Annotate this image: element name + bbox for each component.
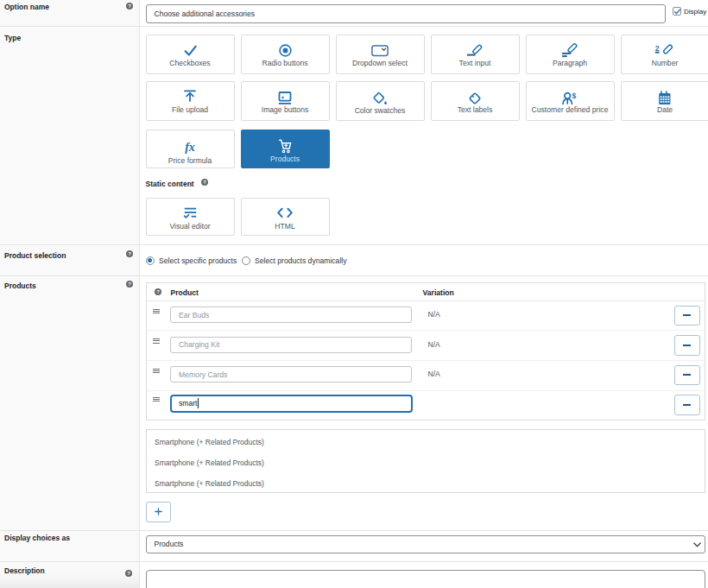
svg-text:$: $ — [572, 92, 576, 100]
svg-text:2: 2 — [655, 44, 660, 53]
